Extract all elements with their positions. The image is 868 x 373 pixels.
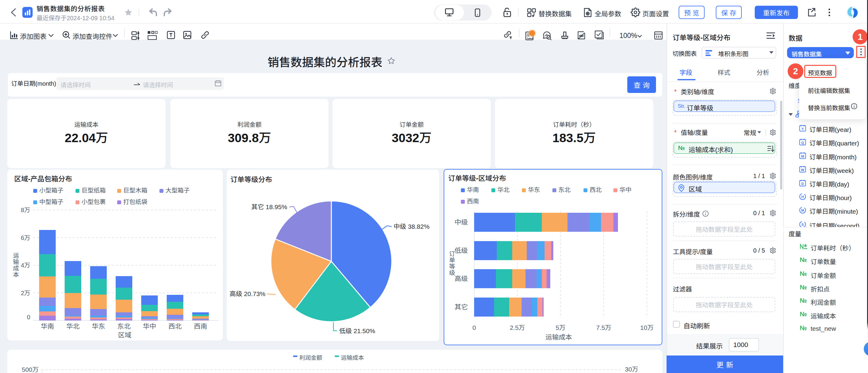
svg-text:0: 0: [472, 324, 476, 331]
svg-text:M: M: [801, 208, 804, 212]
svg-text:小型包裹: 小型包裹: [82, 199, 106, 205]
svg-text:低级 21.50%: 低级 21.50%: [339, 328, 375, 334]
svg-text:西北: 西北: [168, 323, 182, 330]
svg-text:2万: 2万: [21, 290, 30, 296]
svg-text:H: H: [801, 195, 804, 199]
svg-text:10万: 10万: [640, 324, 654, 331]
svg-text:7.5万: 7.5万: [596, 324, 611, 331]
svg-text:6万: 6万: [21, 235, 30, 241]
svg-text:运输成本: 运输成本: [13, 252, 19, 278]
svg-text:华南: 华南: [467, 186, 479, 193]
svg-text:D: D: [801, 182, 804, 185]
svg-text:高级: 高级: [455, 275, 468, 282]
svg-text:华东: 华东: [92, 323, 105, 330]
svg-text:5万: 5万: [556, 324, 566, 331]
svg-text:运输成本: 运输成本: [546, 334, 572, 341]
svg-text:东北: 东北: [117, 323, 130, 330]
svg-text:W: W: [801, 168, 804, 172]
svg-text:华中: 华中: [143, 323, 156, 330]
svg-text:区域: 区域: [118, 331, 131, 339]
svg-text:巨型纸箱: 巨型纸箱: [82, 187, 106, 194]
svg-text:西南: 西南: [467, 198, 479, 205]
svg-text:M: M: [801, 155, 804, 158]
svg-text:华南: 华南: [41, 323, 54, 330]
svg-text:Y: Y: [802, 127, 804, 131]
svg-text:4万: 4万: [21, 262, 30, 269]
svg-text:S: S: [802, 223, 804, 226]
svg-text:中级 38.82%: 中级 38.82%: [394, 223, 430, 230]
svg-text:小型箱子: 小型箱子: [39, 187, 63, 194]
svg-text:高级 20.73%: 高级 20.73%: [229, 290, 266, 297]
svg-text:大型箱子: 大型箱子: [165, 187, 190, 194]
svg-text:西北: 西北: [590, 186, 601, 193]
svg-text:其它: 其它: [455, 303, 468, 311]
svg-text:华东: 华东: [528, 186, 540, 193]
svg-text:巨型木箱: 巨型木箱: [123, 187, 147, 194]
svg-text:华中: 华中: [619, 186, 631, 193]
svg-text:打包纸袋: 打包纸袋: [123, 199, 147, 205]
svg-text:0: 0: [27, 314, 30, 320]
svg-text:其它 18.95%: 其它 18.95%: [251, 203, 287, 210]
svg-text:中级: 中级: [455, 218, 468, 226]
svg-text:中型箱子: 中型箱子: [39, 199, 63, 205]
svg-text:2.5万: 2.5万: [510, 324, 525, 331]
svg-text:东北: 东北: [558, 186, 570, 193]
svg-text:华北: 华北: [497, 186, 509, 193]
svg-text:华北: 华北: [66, 323, 80, 330]
svg-text:订单等级: 订单等级: [449, 250, 455, 276]
svg-text:低级: 低级: [455, 247, 468, 255]
svg-text:西南: 西南: [194, 323, 207, 330]
svg-text:8万: 8万: [21, 207, 30, 213]
svg-text:Q: Q: [801, 141, 804, 144]
